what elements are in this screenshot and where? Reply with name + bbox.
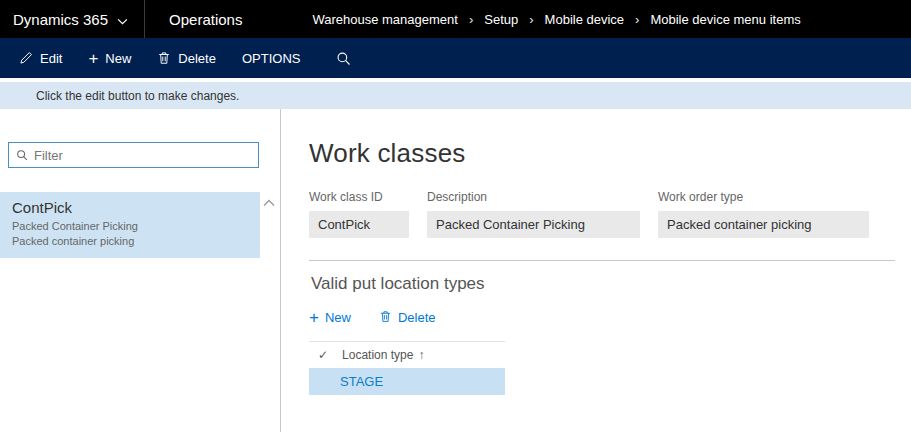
page-body: ContPick Packed Container Picking Packed… xyxy=(0,109,911,432)
filter-box[interactable] xyxy=(8,142,259,168)
list-item-subtitle: Packed container picking xyxy=(12,234,248,249)
grid-row-stage[interactable]: STAGE xyxy=(309,368,505,395)
page-title: Work classes xyxy=(309,138,895,169)
field-work-class-id: Work class ID ContPick xyxy=(309,190,409,238)
work-class-id-label: Work class ID xyxy=(309,190,409,204)
trash-icon xyxy=(157,51,171,65)
filter-search-icon xyxy=(16,149,28,161)
new-button[interactable]: + New xyxy=(75,38,144,78)
breadcrumb-item-mobile-device-menu-items[interactable]: Mobile device menu items xyxy=(650,12,800,27)
breadcrumb-separator: › xyxy=(469,12,473,27)
trash-icon xyxy=(379,310,392,326)
filter-input[interactable] xyxy=(34,143,258,167)
breadcrumb-separator: › xyxy=(635,12,639,27)
plus-icon: + xyxy=(309,309,319,326)
edit-button[interactable]: Edit xyxy=(6,38,75,78)
breadcrumb-item-mobile-device[interactable]: Mobile device xyxy=(545,12,625,27)
section-divider xyxy=(309,260,895,261)
options-button[interactable]: OPTIONS xyxy=(229,38,314,78)
list-item-subtitle: Packed Container Picking xyxy=(12,219,248,234)
location-type-grid: ✓ Location type ↑ STAGE xyxy=(309,341,505,395)
section-title: Valid put location types xyxy=(311,274,895,294)
action-bar: Edit + New Delete OPTIONS xyxy=(0,38,911,78)
top-navbar: Dynamics 365 Operations Warehouse manage… xyxy=(0,0,911,38)
edit-button-label: Edit xyxy=(40,51,62,66)
grid-delete-button[interactable]: Delete xyxy=(379,310,436,326)
work-order-type-input[interactable]: Packed container picking xyxy=(658,211,869,238)
list-item-title: ContPick xyxy=(12,199,248,216)
scroll-up-button[interactable] xyxy=(263,199,275,207)
description-input[interactable]: Packed Container Picking xyxy=(427,211,640,238)
plus-icon: + xyxy=(88,50,98,67)
breadcrumb: Warehouse management › Setup › Mobile de… xyxy=(312,12,800,27)
grid-new-label: New xyxy=(325,310,351,325)
list-item-contpick[interactable]: ContPick Packed Container Picking Packed… xyxy=(0,192,260,258)
new-button-label: New xyxy=(105,51,131,66)
breadcrumb-item-warehouse-management[interactable]: Warehouse management xyxy=(312,12,458,27)
record-list: ContPick Packed Container Picking Packed… xyxy=(0,192,280,258)
notification-bar: Click the edit button to make changes. xyxy=(0,82,911,109)
chevron-down-icon xyxy=(117,11,128,28)
section-toolbar: + New Delete xyxy=(309,309,895,326)
valid-put-location-types-section: Valid put location types + New Delete xyxy=(309,274,895,395)
sort-ascending-icon: ↑ xyxy=(418,348,424,362)
app-window: Dynamics 365 Operations Warehouse manage… xyxy=(0,0,911,432)
work-class-id-input[interactable]: ContPick xyxy=(309,211,409,238)
breadcrumb-item-setup[interactable]: Setup xyxy=(484,12,518,27)
sidebar: ContPick Packed Container Picking Packed… xyxy=(0,109,281,432)
main-content: Work classes Work class ID ContPick Desc… xyxy=(281,109,911,432)
select-column-checkmark-icon[interactable]: ✓ xyxy=(318,348,328,362)
delete-button-label: Delete xyxy=(178,51,216,66)
options-button-label: OPTIONS xyxy=(242,51,301,66)
dynamics-365-menu[interactable]: Dynamics 365 xyxy=(0,0,144,38)
field-description: Description Packed Container Picking xyxy=(427,190,640,238)
column-header-location-type[interactable]: Location type xyxy=(342,348,413,362)
description-label: Description xyxy=(427,190,640,204)
grid-header: ✓ Location type ↑ xyxy=(309,341,505,368)
grid-delete-label: Delete xyxy=(398,310,436,325)
brand-label: Dynamics 365 xyxy=(13,11,108,28)
breadcrumb-separator: › xyxy=(529,12,533,27)
field-work-order-type: Work order type Packed container picking xyxy=(658,190,869,238)
grid-new-button[interactable]: + New xyxy=(309,309,351,326)
pencil-icon xyxy=(19,51,33,65)
field-group: Work class ID ContPick Description Packe… xyxy=(309,190,895,238)
search-icon xyxy=(336,51,351,66)
delete-button[interactable]: Delete xyxy=(144,38,229,78)
search-button[interactable] xyxy=(323,38,364,78)
notification-text: Click the edit button to make changes. xyxy=(36,89,239,103)
work-order-type-label: Work order type xyxy=(658,190,869,204)
app-name[interactable]: Operations xyxy=(145,0,266,38)
